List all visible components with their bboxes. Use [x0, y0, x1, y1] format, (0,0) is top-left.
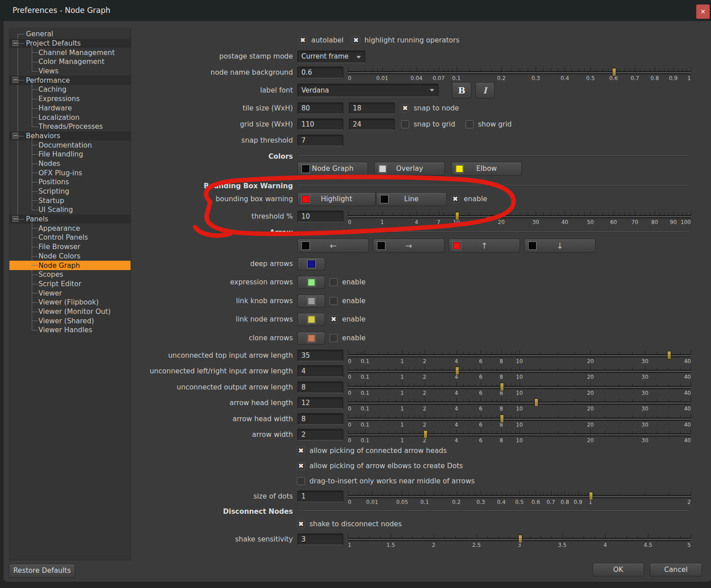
threshold-slider[interactable]: 0147102030405060708090100	[348, 209, 691, 225]
unconnected-top-input-arrow-length-input[interactable]: 35	[297, 350, 343, 361]
collapse-icon[interactable]: −	[13, 216, 18, 222]
deep-arrows-color-button[interactable]	[297, 258, 325, 271]
snap-threshold-input[interactable]: 7	[297, 135, 343, 146]
autolabel-checkbox[interactable]	[299, 36, 307, 44]
postage-stamp-mode-dropdown[interactable]: Current frame	[297, 51, 365, 63]
snap-to-node-label: snap to node	[414, 104, 459, 112]
section-rule	[299, 232, 689, 232]
italic-button[interactable]: I	[475, 82, 495, 98]
node-name-background-label: node name background	[134, 68, 293, 76]
node-graph-color-button[interactable]: Node Graph	[297, 162, 368, 176]
arrow-head-length-slider[interactable]: 00.11246810203040	[348, 396, 691, 412]
overlay-color-button[interactable]: Overlay	[374, 162, 445, 176]
highlight-button-label: Highlight	[321, 195, 352, 203]
slider-handle[interactable]	[423, 430, 427, 439]
slider-handle[interactable]	[455, 212, 459, 220]
shake-sensitivity-slider[interactable]: 11.522.533.544.55	[348, 532, 691, 548]
tile-size-w-input[interactable]: 80	[297, 102, 343, 114]
slider-groove[interactable]	[348, 215, 691, 218]
clone-arrows-color-button[interactable]	[297, 332, 325, 345]
shake-to-disconnect-checkbox[interactable]	[297, 520, 305, 528]
slider-groove[interactable]	[348, 418, 691, 421]
tile-size-label: tile size (WxH)	[134, 104, 293, 112]
link-knob-arrows-enable-checkbox[interactable]	[330, 297, 338, 305]
unconnected-left-right-input-arrow-length-input[interactable]: 4	[297, 365, 343, 377]
arrow-head-length-input[interactable]: 12	[297, 397, 343, 409]
slider-groove[interactable]	[348, 495, 691, 498]
close-button[interactable]: ✕	[696, 4, 710, 19]
restore-defaults-button[interactable]: Restore Defaults	[9, 564, 75, 578]
bold-button[interactable]: B	[452, 82, 471, 98]
cancel-button[interactable]: Cancel	[650, 563, 702, 576]
slider-handle[interactable]	[518, 535, 522, 543]
show-grid-checkbox[interactable]	[466, 120, 474, 128]
expression-arrows-color-button[interactable]	[297, 276, 325, 289]
snap-to-grid-checkbox[interactable]	[401, 120, 409, 128]
arrow-head-width-slider[interactable]: 00.11246810203040	[348, 412, 691, 428]
drag-to-insert-checkbox[interactable]	[297, 477, 305, 485]
elbow-color-button[interactable]: Elbow	[451, 162, 522, 176]
slider-groove[interactable]	[348, 354, 691, 357]
arrow-width-slider[interactable]: 00.11246810203040	[348, 427, 691, 444]
up-arrow-color-button[interactable]: ↑	[449, 239, 520, 253]
collapse-icon[interactable]: −	[13, 40, 18, 46]
bbox-highlight-color-button[interactable]: Highlight	[297, 192, 376, 206]
unconnected-top-input-arrow-length-slider[interactable]: 00.11246810203040	[348, 348, 691, 364]
unconnected-output-arrow-length-input[interactable]: 8	[297, 381, 343, 393]
slider-groove[interactable]	[348, 402, 691, 405]
link-node-arrows-enable-checkbox[interactable]	[330, 315, 338, 323]
link-knob-arrows-color-button[interactable]	[297, 295, 325, 308]
label-font-label: label font	[134, 86, 293, 94]
down-arrow-icon: ↓	[556, 241, 563, 250]
shake-sensitivity-input[interactable]: 3	[297, 533, 343, 545]
window-title: Preferences - Node Graph	[13, 0, 110, 21]
collapse-icon[interactable]: −	[13, 77, 18, 83]
label-font-dropdown[interactable]: Verdana	[297, 84, 439, 97]
bbox-line-color-button[interactable]: Line	[376, 192, 447, 206]
arrow-width-input[interactable]: 2	[297, 429, 343, 440]
ok-button[interactable]: OK	[592, 563, 644, 576]
size-of-dots-slider[interactable]: 00.010.050.10.20.30.40.50.60.70.80.912	[348, 489, 691, 505]
grid-size-h-input[interactable]: 24	[349, 118, 395, 130]
bounding-box-warning-section-header: Bounding Box Warning	[134, 182, 293, 190]
link-node-arrows-color-button[interactable]	[297, 313, 325, 326]
down-arrow-color-button[interactable]: ↓	[524, 239, 596, 253]
slider-groove[interactable]	[348, 433, 691, 436]
link-node-arrows-swatch	[308, 316, 315, 323]
right-arrow-swatch	[377, 242, 385, 250]
unconnected-output-arrow-length-slider[interactable]: 00.11246810203040	[348, 380, 691, 396]
slider-handle[interactable]	[500, 383, 504, 391]
slider-groove[interactable]	[348, 386, 691, 389]
up-arrow-icon: ↑	[481, 241, 487, 250]
slider-handle[interactable]	[667, 351, 671, 360]
threshold-input[interactable]: 10	[297, 211, 343, 222]
slider-handle[interactable]	[534, 398, 538, 407]
highlight-running-operators-checkbox[interactable]	[352, 36, 360, 44]
collapse-icon[interactable]: −	[13, 133, 18, 139]
allow-picking-arrow-elbows-checkbox[interactable]	[297, 462, 305, 470]
right-arrow-color-button[interactable]: →	[373, 239, 444, 253]
slider-handle[interactable]	[500, 415, 504, 423]
node-name-background-input[interactable]: 0.6	[297, 67, 343, 78]
node-name-background-slider[interactable]: 00.010.040.070.10.20.30.40.50.60.70.80.9…	[348, 65, 691, 81]
grid-size-w-input[interactable]: 110	[297, 118, 343, 130]
arrow-head-width-input[interactable]: 8	[297, 413, 343, 425]
slider-handle[interactable]	[455, 367, 459, 375]
left-arrow-color-button[interactable]: ←	[297, 239, 369, 253]
allow-picking-connected-arrow-heads-checkbox[interactable]	[297, 447, 305, 455]
show-grid-label: show grid	[478, 120, 512, 128]
unconnected-left-right-input-arrow-length-slider[interactable]: 00.11246810203040	[348, 364, 691, 380]
snap-to-node-checkbox[interactable]	[401, 104, 409, 112]
clone-arrows-enable-checkbox[interactable]	[330, 334, 338, 342]
expression-arrows-enable-checkbox[interactable]	[330, 278, 338, 286]
slider-groove[interactable]	[348, 370, 691, 373]
slider-groove[interactable]	[348, 71, 691, 74]
slider-handle[interactable]	[612, 68, 616, 76]
allow-picking-arrow-elbows-label: allow picking of arrow elbows to create …	[309, 462, 463, 470]
left-arrow-swatch	[302, 242, 309, 250]
deep-arrows-label: deep arrows	[134, 260, 293, 268]
bbox-enable-checkbox[interactable]	[451, 195, 459, 203]
slider-handle[interactable]	[589, 492, 593, 500]
tile-size-h-input[interactable]: 18	[349, 102, 395, 114]
size-of-dots-input[interactable]: 1	[297, 491, 343, 502]
